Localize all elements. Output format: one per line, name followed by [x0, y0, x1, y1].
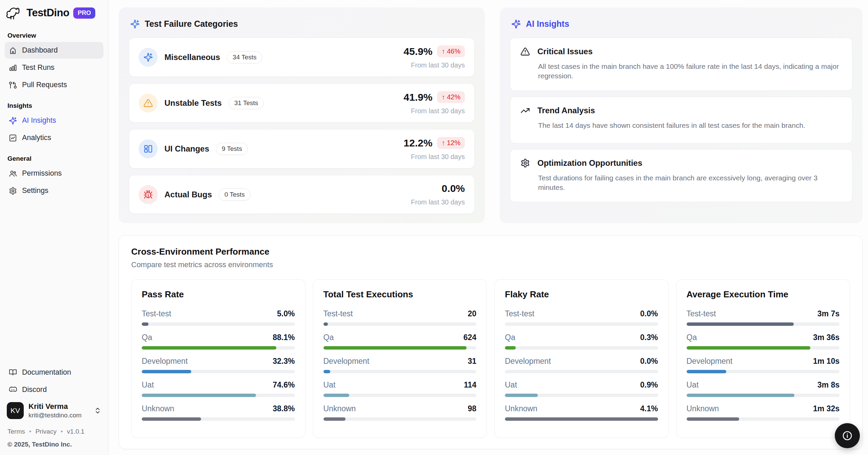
- category-percent: 45.9%: [403, 46, 432, 57]
- alert-triangle-icon: [143, 98, 153, 108]
- progress-bar: [505, 346, 658, 350]
- category-icon-wrap: [139, 139, 158, 158]
- failure-category-row-actual-bugs[interactable]: Actual Bugs0 Tests0.0%From last 30 days: [129, 175, 475, 214]
- user-name: Kriti Verma: [28, 402, 82, 411]
- env-value: 0.0%: [640, 357, 658, 366]
- sidebar-item-dashboard[interactable]: Dashboard: [5, 42, 103, 59]
- env-label: Uat: [142, 380, 154, 390]
- env-value: 88.1%: [273, 333, 295, 342]
- insight-description: Test durations for failing cases in the …: [538, 173, 842, 193]
- env-row-development: Development1m 10s: [687, 357, 840, 373]
- discord-icon: [9, 385, 17, 394]
- metric-card-title: Average Execution Time: [687, 289, 840, 300]
- delta-badge: ↑ 46%: [437, 45, 465, 57]
- env-row-development: Development0.0%: [505, 357, 658, 373]
- line-chart-icon: [9, 134, 17, 142]
- env-label: Development: [687, 357, 733, 366]
- section-subtitle: Compare test metrics across environments: [131, 260, 850, 269]
- help-fab[interactable]: [835, 423, 860, 448]
- sidebar-item-settings[interactable]: Settings: [5, 182, 103, 199]
- category-icon-wrap: [139, 48, 158, 67]
- insight-title: Optimization Opportunities: [537, 158, 642, 168]
- env-value: 114: [464, 380, 476, 390]
- progress-bar: [142, 322, 295, 326]
- progress-bar: [687, 346, 840, 350]
- failure-category-row-miscellaneous[interactable]: Miscellaneous34 Tests45.9%↑ 46%From last…: [129, 38, 475, 77]
- env-value: 74.6%: [273, 380, 295, 390]
- tests-count-badge: 0 Tests: [219, 189, 251, 201]
- env-label: Qa: [687, 333, 697, 342]
- sparkles-icon: [511, 19, 521, 29]
- env-label: Uat: [687, 380, 699, 390]
- category-percent: 12.2%: [403, 137, 432, 149]
- terms-link[interactable]: Terms: [7, 428, 25, 435]
- insight-title: Trend Analysis: [537, 106, 595, 115]
- progress-bar: [323, 370, 477, 373]
- category-percent: 41.9%: [403, 92, 432, 103]
- env-value: 31: [468, 357, 476, 366]
- metric-card-average-execution-time: Average Execution TimeTest-test3m 7sQa3m…: [676, 279, 850, 438]
- env-label: Unknown: [323, 404, 356, 413]
- sidebar-item-test-runs[interactable]: Test Runs: [5, 59, 103, 76]
- env-value: 38.8%: [273, 404, 295, 413]
- progress-bar: [687, 370, 840, 373]
- sidebar-section-insights: Insights: [7, 102, 101, 110]
- sidebar-item-pull-requests[interactable]: Pull Requests: [5, 77, 103, 93]
- env-value: 3m 8s: [817, 380, 840, 390]
- env-row-uat: Uat114: [323, 380, 477, 397]
- env-row-uat: Uat74.6%: [142, 380, 295, 397]
- env-label: Qa: [505, 333, 515, 342]
- ai-insights-panel: AI Insights Critical IssuesAll test case…: [500, 7, 863, 223]
- env-label: Uat: [323, 380, 336, 390]
- progress-bar: [505, 417, 658, 421]
- env-value: 0.3%: [640, 333, 658, 342]
- tests-count-badge: 9 Tests: [216, 143, 248, 155]
- env-row-qa: Qa88.1%: [142, 333, 295, 350]
- metric-card-title: Flaky Rate: [505, 289, 658, 300]
- env-row-unknown: Unknown1m 32s: [687, 404, 840, 421]
- failure-category-row-ui-changes[interactable]: UI Changes9 Tests12.2%↑ 12%From last 30 …: [129, 129, 475, 169]
- progress-bar: [142, 394, 295, 397]
- category-name: Miscellaneous: [164, 53, 220, 62]
- sidebar-item-ai-insights[interactable]: AI Insights: [5, 112, 103, 129]
- env-row-qa: Qa0.3%: [505, 333, 658, 350]
- env-row-qa: Qa624: [323, 333, 477, 350]
- sidebar-bottom: DocumentationDiscord KV Kriti Verma krit…: [5, 363, 103, 450]
- sparkles-icon: [130, 19, 140, 29]
- brand-name: TestDino: [26, 7, 69, 19]
- sidebar-item-permissions[interactable]: Permissions: [5, 165, 103, 182]
- env-value: 20: [468, 309, 476, 318]
- sidebar-item-analytics[interactable]: Analytics: [5, 130, 103, 146]
- failure-category-row-unstable-tests[interactable]: Unstable Tests31 Tests41.9%↑ 42%From las…: [129, 83, 475, 123]
- env-label: Test-test: [505, 309, 534, 318]
- env-label: Unknown: [687, 404, 719, 413]
- main-content: Test Failure Categories Miscellaneous34 …: [108, 0, 868, 455]
- user-menu[interactable]: KV Kriti Verma kriti@testdino.com: [5, 399, 103, 422]
- sidebar-section-general: General: [7, 155, 101, 162]
- bar-chart-icon: [9, 64, 17, 72]
- delta-badge: ↑ 42%: [437, 91, 465, 103]
- env-row-test-test: Test-test3m 7s: [687, 309, 840, 326]
- progress-bar: [505, 370, 658, 373]
- category-icon-wrap: [139, 185, 158, 204]
- progress-bar: [323, 322, 477, 326]
- ai-insight-card-optimization-opportunities: Optimization OpportunitiesTest durations…: [510, 149, 852, 202]
- progress-bar: [505, 394, 658, 397]
- period-label: From last 30 days: [403, 61, 465, 69]
- env-row-test-test: Test-test20: [323, 309, 477, 326]
- env-value: 1m 32s: [813, 404, 840, 413]
- sidebar-item-documentation[interactable]: Documentation: [5, 364, 103, 381]
- bug-icon: [143, 190, 153, 199]
- pro-badge: PRO: [73, 7, 95, 19]
- env-value: 4.1%: [640, 404, 658, 413]
- period-label: From last 30 days: [403, 107, 465, 115]
- category-name: Actual Bugs: [164, 190, 212, 199]
- chevrons-up-down-icon: [94, 407, 101, 414]
- trending-up-icon: [520, 106, 530, 115]
- sidebar-item-discord[interactable]: Discord: [5, 381, 103, 398]
- info-icon: [842, 430, 853, 441]
- privacy-link[interactable]: Privacy: [35, 428, 56, 435]
- metric-card-title: Total Test Executions: [323, 289, 477, 300]
- brand[interactable]: TestDino PRO: [5, 4, 103, 23]
- env-value: 3m 7s: [817, 309, 840, 318]
